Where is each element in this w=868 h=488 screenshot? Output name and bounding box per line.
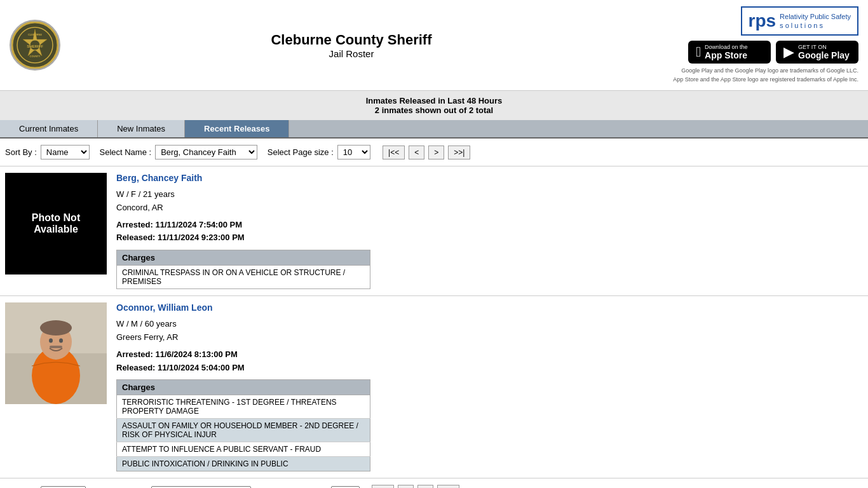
- inmate-row: Photo NotAvailable Berg, Chancey Faith W…: [0, 166, 868, 295]
- app-disclaimer: Google Play and the Google Play logo are…: [673, 67, 858, 84]
- arrested-label-1: Arrested:: [116, 220, 153, 229]
- tab-new-inmates[interactable]: New Inmates: [98, 120, 185, 137]
- arrested-label-2: Arrested:: [116, 349, 153, 359]
- apple-icon: : [696, 44, 701, 60]
- svg-point-11: [40, 320, 72, 336]
- top-controls: Sort By : Name Date Booking Select Name …: [0, 139, 868, 166]
- tabs-bar: Current Inmates New Inmates Recent Relea…: [0, 120, 868, 139]
- inmates-bar-line2: 2 inmates shown out of 2 total: [5, 105, 863, 115]
- page-header: SHERIFF CLEBURNE COUNTY Cleburne County …: [0, 0, 868, 91]
- charges-header-1: Charges: [117, 250, 370, 266]
- header-right: rps Relativity Public Safety s o l u t i…: [642, 6, 858, 84]
- nav-prev-button[interactable]: <: [409, 146, 424, 159]
- svg-text:COUNTY: COUNTY: [30, 55, 41, 58]
- svg-point-13: [59, 339, 63, 343]
- svg-rect-14: [50, 346, 62, 348]
- inmate-name-1: Berg, Chancey Faith: [116, 173, 863, 183]
- charges-header-2: Charges: [117, 380, 370, 395]
- inmate-details-2: Oconnor, William Leon W / M / 60 years G…: [116, 302, 863, 471]
- released-label-1: Released:: [116, 233, 155, 242]
- charges-table-1: Charges CRIMINAL TRESPASS IN OR ON A VEH…: [116, 250, 370, 289]
- released-label-2: Released:: [116, 363, 155, 372]
- inmates-bar-line1: Inmates Released in Last 48 Hours: [5, 96, 863, 105]
- svg-text:CLEBURNE: CLEBURNE: [28, 33, 43, 36]
- app-buttons:  Download on the App Store ▶ GET IT ON …: [688, 41, 858, 64]
- charge-row: CRIMINAL TRESPASS IN OR ON A VEHICLE OR …: [117, 266, 370, 289]
- arrested-value-1: 11/11/2024 7:54:00 PM: [155, 220, 242, 229]
- nav-next-button[interactable]: >: [428, 146, 444, 159]
- sort-label: Sort By :: [5, 147, 37, 157]
- name-select[interactable]: Berg, Chancey Faith Oconnor, William Leo…: [155, 145, 257, 159]
- released-value-2: 11/10/2024 5:04:00 PM: [158, 363, 245, 372]
- sort-select[interactable]: Name Date Booking: [41, 145, 90, 159]
- inmates-bar: Inmates Released in Last 48 Hours 2 inma…: [0, 91, 868, 120]
- inmate-photo-2: [5, 302, 107, 404]
- released-value-1: 11/11/2024 9:23:00 PM: [158, 233, 245, 242]
- inmate-demographics-2: W / M / 60 years Greers Ferry, AR: [116, 318, 863, 344]
- charge-row: ATTEMPT TO INFLUENCE A PUBLIC SERVANT - …: [117, 442, 370, 457]
- tab-current-inmates[interactable]: Current Inmates: [0, 120, 98, 137]
- footer-controls: Sort By : Name Date Booking Select Name …: [0, 478, 868, 488]
- footer-nav-prev-button[interactable]: <: [398, 485, 414, 488]
- page-size-select[interactable]: 10 25 50 100: [337, 145, 370, 159]
- charges-table-2: Charges TERRORISTIC THREATENING - 1ST DE…: [116, 379, 370, 471]
- tab-recent-releases[interactable]: Recent Releases: [185, 120, 289, 137]
- inmate-row: Oconnor, William Leon W / M / 60 years G…: [0, 295, 868, 478]
- google-play-text: GET IT ON Google Play: [798, 44, 850, 60]
- page-subtitle: Jail Roster: [60, 48, 642, 59]
- app-store-text: Download on the App Store: [705, 44, 748, 60]
- inmate-name-2: Oconnor, William Leon: [116, 302, 863, 313]
- rps-abbrev: rps: [749, 11, 776, 31]
- charge-row: PUBLIC INTOXICATION / DRINKING IN PUBLIC: [117, 457, 370, 471]
- svg-point-12: [49, 339, 53, 343]
- page-size-label: Select Page size :: [268, 147, 334, 157]
- app-store-button[interactable]:  Download on the App Store: [688, 41, 771, 64]
- google-play-button[interactable]: ▶ GET IT ON Google Play: [776, 41, 858, 64]
- rps-full-name: Relativity Public Safety s o l u t i o n…: [780, 12, 851, 30]
- inmate-dates-2: Arrested: 11/6/2024 8:13:00 PM Released:…: [116, 348, 863, 375]
- rps-logo: rps Relativity Public Safety s o l u t i…: [741, 6, 858, 36]
- sheriff-badge: SHERIFF CLEBURNE COUNTY: [10, 20, 60, 71]
- svg-text:SHERIFF: SHERIFF: [27, 44, 43, 48]
- charge-row: ASSAULT ON FAMILY OR HOUSEHOLD MEMBER - …: [117, 419, 370, 442]
- charge-row: TERRORISTIC THREATENING - 1ST DEGREE / T…: [117, 395, 370, 419]
- header-title-area: Cleburne County Sheriff Jail Roster: [60, 32, 642, 59]
- footer-nav-last-button[interactable]: >>|: [437, 485, 459, 488]
- page-title: Cleburne County Sheriff: [60, 32, 642, 48]
- google-play-icon: ▶: [783, 44, 794, 60]
- inmate-photo-1: Photo NotAvailable: [5, 173, 107, 274]
- nav-first-button[interactable]: |<<: [383, 146, 405, 159]
- footer-nav-next-button[interactable]: >: [417, 485, 433, 488]
- inmate-details-1: Berg, Chancey Faith W / F / 21 years Con…: [116, 173, 863, 289]
- inmate-dates-1: Arrested: 11/11/2024 7:54:00 PM Released…: [116, 219, 863, 245]
- nav-last-button[interactable]: >>|: [448, 146, 470, 159]
- inmate-demographics-1: W / F / 21 years Concord, AR: [116, 188, 863, 215]
- footer-nav-first-button[interactable]: |<<: [372, 485, 394, 488]
- name-label: Select Name :: [99, 147, 151, 157]
- arrested-value-2: 11/6/2024 8:13:00 PM: [155, 349, 237, 359]
